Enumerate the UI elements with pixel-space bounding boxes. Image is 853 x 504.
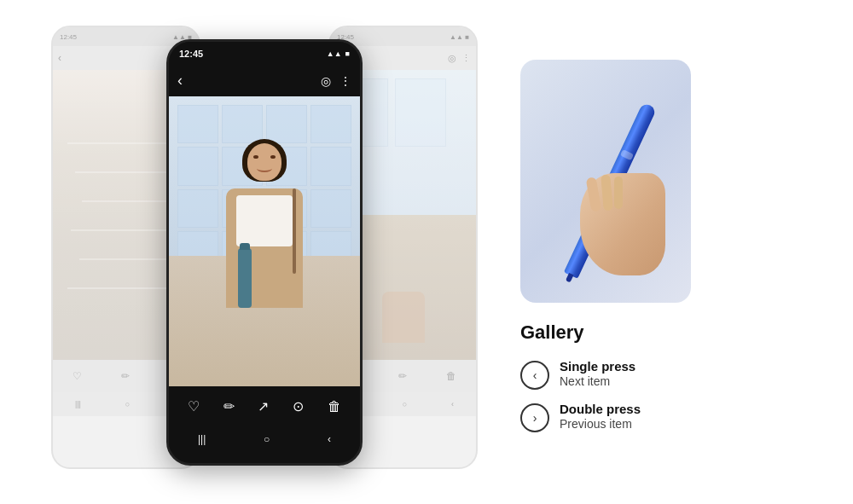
bg-right-signal: ▲▲ ■ — [450, 33, 469, 41]
phone-bottom-toolbar: ♡ ✏ ↗ ⊙ 🗑 — [169, 386, 360, 427]
share-icon[interactable]: ↗ — [258, 398, 269, 414]
woman-head — [245, 139, 284, 183]
eye-button[interactable]: ◎ — [321, 74, 331, 88]
double-press-desc: Previous item — [560, 417, 641, 431]
bg-left-nav1: ||| — [75, 400, 81, 408]
bg-left-heart: ♡ — [73, 370, 82, 382]
home-button[interactable]: ○ — [264, 433, 270, 445]
single-press-item: ‹ Single press Next item — [520, 359, 635, 390]
bg-left-back: ‹ — [58, 52, 61, 64]
gallery-title: Gallery — [520, 322, 584, 344]
back-button[interactable]: ‹ — [177, 72, 183, 90]
bg-right-nav2: ○ — [403, 400, 407, 408]
double-press-arrow: › — [533, 411, 537, 425]
double-press-item: › Double press Previous item — [520, 402, 641, 432]
spen-image-card — [520, 60, 691, 303]
bg-right-trash: 🗑 — [446, 370, 456, 382]
bg-right-eye: ◎ — [448, 53, 456, 64]
wifi-icon: ▲▲ — [327, 49, 342, 58]
single-press-desc: Next item — [560, 374, 635, 388]
instagram-icon[interactable]: ⊙ — [293, 398, 304, 414]
signal-icon: ■ — [345, 49, 350, 58]
single-press-label: Single press — [560, 359, 635, 374]
single-press-text: Single press Next item — [560, 359, 635, 388]
woman-smile — [257, 165, 272, 172]
phone-status-bar: 12:45 ▲▲ ■ — [169, 42, 360, 66]
bottle-cap — [240, 243, 250, 250]
woman-jacket — [226, 188, 303, 308]
double-press-text: Double press Previous item — [560, 402, 641, 431]
bg-right-more: ⋮ — [461, 53, 471, 64]
woman-shirt — [236, 195, 293, 246]
right-panel: Gallery ‹ Single press Next item › Doubl… — [503, 0, 827, 504]
bg-left-pen: ✏ — [121, 370, 130, 382]
woman-face — [247, 143, 281, 181]
woman-bag-strap — [293, 188, 296, 274]
spen-hand — [537, 79, 674, 284]
woman-bottle — [238, 248, 252, 308]
status-icons: ▲▲ ■ — [327, 49, 350, 58]
double-press-label: Double press — [560, 402, 641, 416]
phone-top-bar: ‹ ◎ ⋮ — [169, 66, 360, 96]
top-icons: ◎ ⋮ — [321, 74, 351, 88]
bg-left-time: 12:45 — [60, 33, 77, 41]
single-press-arrow: ‹ — [533, 368, 537, 382]
delete-icon[interactable]: 🗑 — [328, 399, 341, 414]
recents-button[interactable]: ||| — [198, 433, 206, 445]
back-nav-button[interactable]: ‹ — [328, 433, 331, 445]
bg-right-nav3: ‹ — [451, 400, 454, 408]
phones-area: 12:45 ▲▲ ■ ‹ — [26, 0, 503, 504]
heart-icon[interactable]: ♡ — [188, 398, 200, 414]
edit-icon[interactable]: ✏ — [223, 398, 235, 414]
bg-left-nav2: ○ — [125, 400, 130, 408]
woman-figure — [209, 139, 320, 386]
phone-nav-bar: ||| ○ ‹ — [169, 427, 360, 451]
double-press-circle: › — [520, 403, 549, 432]
status-time: 12:45 — [179, 49, 203, 59]
phone-gallery-image — [169, 96, 360, 386]
single-press-circle: ‹ — [520, 361, 549, 390]
main-container: 12:45 ▲▲ ■ ‹ — [0, 0, 853, 504]
hand-shape — [580, 173, 665, 275]
bg-right-pen: ✏ — [398, 370, 407, 382]
more-button[interactable]: ⋮ — [339, 74, 351, 88]
phone-main: 12:45 ▲▲ ■ ‹ ◎ ⋮ — [166, 39, 363, 466]
